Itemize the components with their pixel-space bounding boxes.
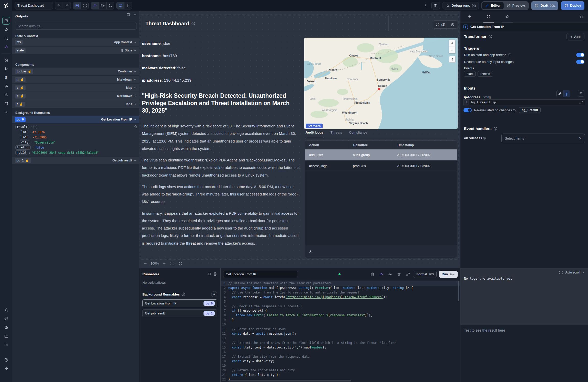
- event-chip-start[interactable]: start: [464, 71, 476, 77]
- rail-item-person[interactable]: [0, 305, 12, 314]
- eval-mode-button[interactable]: ƒ: [563, 90, 570, 97]
- bg0-badge[interactable]: bg_0: [15, 117, 26, 122]
- jobs-history-button[interactable]: [448, 21, 457, 28]
- column-header-timestamp[interactable]: Timestamp: [393, 141, 457, 149]
- code-line-11[interactable]: 11 // Parse the response as JSON: [221, 327, 460, 332]
- rail-item-calendar[interactable]: [0, 99, 12, 108]
- dark-theme-button[interactable]: [106, 2, 114, 9]
- cache-button[interactable]: [369, 271, 376, 278]
- bg0-row[interactable]: bg_0Get Location From IP: [12, 116, 139, 124]
- app-title-input[interactable]: [15, 2, 53, 9]
- component-settings-tab[interactable]: [483, 11, 494, 23]
- json-key[interactable]: lat: [20, 130, 28, 134]
- tab-editor[interactable]: Editor: [482, 2, 504, 9]
- editor-vertical-scrollbar[interactable]: [458, 281, 459, 301]
- rail-item-star[interactable]: [0, 25, 12, 34]
- styling-tab[interactable]: [502, 11, 513, 23]
- input-expression-field[interactable]: 1 bg_1.result.ip: [463, 99, 585, 105]
- selected-runnable-row[interactable]: ƒ Get Location From IP: [460, 23, 588, 31]
- rail-item-dollar[interactable]: $: [0, 73, 12, 82]
- reeval-toggle[interactable]: [463, 108, 472, 112]
- bg1-row[interactable]: bg_1☝Get job result: [12, 157, 139, 165]
- autoscroll-checkbox[interactable]: ✓: [582, 271, 585, 275]
- expand-logs-icon[interactable]: [559, 270, 563, 275]
- on-success-select[interactable]: Select items ✕: [501, 134, 585, 143]
- ai-assist-button[interactable]: [378, 271, 385, 278]
- runnable-name-input[interactable]: [223, 271, 298, 278]
- output-badge[interactable]: state: [15, 48, 26, 53]
- add-background-runnable-button[interactable]: +: [211, 291, 217, 297]
- code-line-10[interactable]: 10: [221, 322, 460, 327]
- run-button[interactable]: Run ⌘↵: [439, 271, 458, 278]
- rail-item-arrow-right[interactable]: [0, 364, 12, 373]
- code-line-19[interactable]: 19: [221, 364, 460, 368]
- column-header-resource[interactable]: Resource: [349, 141, 392, 149]
- download-icon[interactable]: [309, 249, 313, 254]
- output-row-state[interactable]: stateState: [12, 47, 139, 54]
- mobile-view-button[interactable]: [124, 2, 132, 9]
- output-badge[interactable]: ctx: [15, 40, 23, 45]
- draft-button[interactable]: Draft ⌘S: [531, 1, 558, 10]
- reeval-dependency-chip[interactable]: bg_1.result: [519, 107, 541, 113]
- component-outline-button[interactable]: |0|: [73, 2, 81, 9]
- component-row-topbar[interactable]: topbar☝Container: [12, 68, 139, 75]
- map-locate-button[interactable]: [449, 56, 456, 63]
- component-badge[interactable]: h☝: [15, 77, 26, 82]
- rail-item-home[interactable]: [0, 56, 12, 64]
- rail-item-plus-small[interactable]: [0, 108, 12, 116]
- rail-item-search[interactable]: [0, 34, 12, 42]
- json-key[interactable]: loading: [15, 145, 31, 150]
- json-key[interactable]: lon: [20, 135, 28, 139]
- code-line-8[interactable]: 8 throw new Error(`Failed to fetch IP in…: [221, 313, 460, 318]
- editor-settings-button[interactable]: [387, 271, 393, 278]
- rail-item-cluster[interactable]: [0, 82, 12, 90]
- fit-view-button[interactable]: [81, 2, 88, 9]
- redo-button[interactable]: [63, 2, 71, 9]
- add-transformer-button[interactable]: +Add: [567, 33, 584, 40]
- clear-select-icon[interactable]: ✕: [579, 136, 582, 140]
- expand-editor-button[interactable]: [405, 271, 411, 278]
- light-theme-button[interactable]: [99, 2, 106, 9]
- windmill-logo[interactable]: [0, 0, 12, 11]
- map-component[interactable]: QuébecNew BrunswickNova ScotiaHalifaxMai…: [304, 38, 458, 129]
- component-row-a[interactable]: a☝Map: [12, 84, 139, 92]
- docs-button[interactable]: [431, 2, 440, 9]
- delete-runnable-button[interactable]: [396, 271, 402, 278]
- table-row[interactable]: add_useraudit-group2025-03-30T17:00:00Z: [305, 149, 457, 160]
- code-line-13[interactable]: 13: [221, 336, 460, 341]
- component-badge[interactable]: topbar☝: [15, 69, 33, 74]
- rail-item-app-window[interactable]: [0, 16, 12, 25]
- rail-item-wand[interactable]: [0, 42, 12, 51]
- more-menu-button[interactable]: ⋮: [423, 3, 429, 8]
- code-line-7[interactable]: 7 if (!response.ok) {: [221, 309, 460, 313]
- search-outputs-input[interactable]: [15, 22, 137, 30]
- zoom-reset-button[interactable]: [178, 261, 183, 266]
- json-key[interactable]: jobId: [15, 150, 27, 155]
- rail-item-robot[interactable]: [0, 323, 12, 332]
- component-badge[interactable]: f☝: [15, 102, 25, 107]
- zoom-fit-button[interactable]: [169, 261, 175, 266]
- zoom-in-button[interactable]: [161, 261, 167, 266]
- refresh-all-button[interactable]: (2): [433, 21, 448, 28]
- static-mode-button[interactable]: [557, 90, 563, 97]
- trigger-toggle[interactable]: [576, 60, 584, 64]
- rail-item-gear[interactable]: [0, 314, 12, 323]
- code-line-15[interactable]: 15 const [lat, lon] = data.loc.split(','…: [221, 345, 460, 350]
- insert-component-tab[interactable]: +: [465, 11, 475, 23]
- component-row-h[interactable]: h☝Markdown: [12, 76, 139, 84]
- deploy-button[interactable]: Deploy: [561, 1, 584, 10]
- code-line-16[interactable]: 16: [221, 350, 460, 355]
- component-row-b[interactable]: b☝Markdown: [12, 92, 139, 100]
- set-region-button[interactable]: Set region: [306, 124, 323, 128]
- code-line-6[interactable]: 6 // Check if the response is successful: [221, 304, 460, 309]
- collapse-node-button[interactable]: −: [33, 125, 37, 129]
- tab-threats[interactable]: Threats: [331, 130, 342, 138]
- output-row-ctx[interactable]: ctxApp Context: [12, 38, 139, 46]
- runnable-item-bg_0[interactable]: Get Location From IPbg_0: [142, 299, 217, 307]
- json-key[interactable]: city: [20, 140, 30, 145]
- code-area[interactable]: 1// Define the main function with the re…: [221, 280, 460, 382]
- event-chip-refresh[interactable]: refresh: [478, 71, 493, 77]
- map-zoom-in-button[interactable]: +: [449, 40, 455, 47]
- ai-wand-button[interactable]: [91, 2, 99, 9]
- tab-preview[interactable]: Preview: [504, 2, 528, 9]
